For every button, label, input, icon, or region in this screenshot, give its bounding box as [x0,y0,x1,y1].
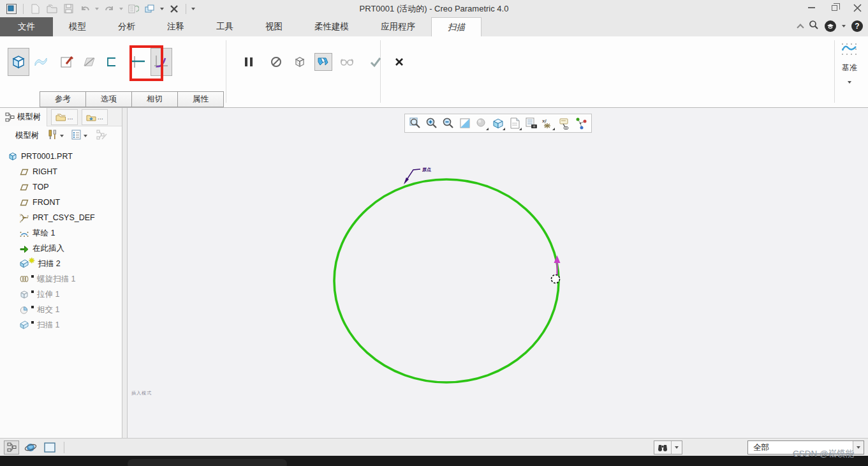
redo-button[interactable] [103,3,115,15]
tree-tools-button[interactable] [47,130,57,142]
find-button[interactable] [654,441,671,454]
spin-center-button[interactable] [573,115,589,132]
tree-item-helical-sweep1[interactable]: 螺旋扫描 1 [0,271,122,287]
app-icon[interactable] [5,3,18,15]
surface-button[interactable] [30,48,52,76]
redo-dropdown[interactable] [119,8,123,10]
tree-item-sketch1[interactable]: 草绘 1 [0,225,122,241]
tree-item-label: 在此插入 [33,243,64,254]
graphics-area[interactable]: 原点 x/ 插入模式 [128,108,868,438]
new-file-button[interactable] [29,3,41,15]
sketch-button[interactable] [56,48,78,76]
verify-glasses-button[interactable] [338,53,356,71]
tree-item-front-plane[interactable]: FRONT [0,195,122,210]
learning-dropdown[interactable] [842,25,846,27]
zoom-in-button[interactable] [423,115,440,132]
datum-plane-icon [19,182,29,192]
tree-search-button[interactable] [96,130,108,142]
annotation-display-button[interactable] [556,115,573,132]
full-screen-button[interactable] [42,440,57,455]
tree-settings-dropdown[interactable] [84,135,87,137]
tree-item-intersect1[interactable]: 相交 1 [0,302,122,317]
learning-connector-icon[interactable] [825,20,836,32]
ok-button[interactable] [367,53,385,71]
datum-display-filters-button[interactable]: x/ [540,115,556,132]
view-manager-button[interactable] [523,115,540,132]
save-button[interactable] [62,3,75,15]
tab-view[interactable]: 视图 [249,17,298,36]
model-tree-header: 模型树 [0,126,122,145]
tree-item-extrude1[interactable]: 拉伸 1 [0,287,122,302]
datum-dropdown[interactable] [848,81,851,84]
pause-button[interactable] [240,53,258,71]
search-icon[interactable] [809,20,819,32]
tree-item-sweep2[interactable]: ✳ 扫描 2 [0,256,122,271]
tree-item-insert-here[interactable]: 在此插入 [0,241,122,256]
surface-icon [33,54,49,70]
svg-text:x/: x/ [542,118,547,124]
undo-button[interactable] [78,3,91,15]
zoom-out-button[interactable] [440,115,457,132]
cancel-button[interactable] [390,53,408,71]
tab-sweep-active[interactable]: 扫描 [431,17,482,36]
shading-options-button[interactable] [473,115,490,132]
display-style-button[interactable] [490,115,506,132]
browser-button[interactable] [23,440,38,455]
favorites-button[interactable]: ... [82,109,108,125]
csdn-watermark: CSDN @崧馍能 [793,448,854,460]
undo-dropdown[interactable] [95,8,99,10]
tab-tools[interactable]: 工具 [200,17,249,36]
tab-applications[interactable]: 应用程序 [365,17,431,36]
windows-dropdown[interactable] [160,8,164,10]
toggle-navigator-button[interactable] [4,440,19,455]
find-dropdown[interactable] [671,441,682,454]
tree-settings-button[interactable] [71,130,81,142]
subtab-tangency[interactable]: 相切 [131,91,178,107]
solid-button[interactable] [8,48,29,76]
start-point-handle[interactable] [552,275,560,283]
subtab-references[interactable]: 参考 [40,91,86,107]
minimize-ribbon-icon[interactable] [797,24,804,31]
model-tree-tab[interactable]: 模型树 [0,108,47,126]
tab-flexible-modeling[interactable]: 柔性建模 [298,17,365,36]
tree-item-csys[interactable]: yxz PRT_CSYS_DEF [0,210,122,225]
repaint-button[interactable] [457,115,473,132]
panel-splitter[interactable] [122,108,128,438]
favorites-more: ... [98,113,103,121]
trajectory-circle[interactable] [334,179,559,382]
wireframe-preview-button[interactable] [291,53,309,71]
tab-file[interactable]: 文件 [0,17,53,36]
tab-analysis[interactable]: 分析 [102,17,151,36]
subtab-properties[interactable]: 属性 [177,91,224,107]
tree-item-right-plane[interactable]: RIGHT [0,164,122,179]
tree-item-sweep1[interactable]: 扫描 1 [0,317,122,333]
tab-annotate[interactable]: 注释 [151,17,200,36]
thin-feature-button[interactable] [101,48,122,76]
customize-quick-access-dropdown[interactable] [191,8,195,10]
minimize-button[interactable] [804,1,818,14]
model-tree-tab-label: 模型树 [17,112,41,123]
attached-preview-button[interactable] [314,53,332,71]
regenerate-button[interactable] [127,3,140,15]
no-preview-button[interactable] [267,53,285,71]
tree-tools-dropdown[interactable] [60,135,64,137]
datum-sketch-button[interactable] [834,41,865,60]
help-icon[interactable]: ? [851,20,863,32]
restore-button[interactable] [827,1,841,14]
close-window-button[interactable] [168,3,180,15]
tree-item-top-plane[interactable]: TOP [0,179,122,195]
open-file-button[interactable] [45,3,58,15]
subtab-options[interactable]: 选项 [85,91,132,107]
thin-feature-icon [103,54,120,70]
datum-group-label: 基准 [834,63,865,73]
remove-material-button[interactable] [78,48,100,76]
close-button[interactable] [850,1,864,14]
refit-button[interactable] [407,115,423,132]
tab-model[interactable]: 模型 [53,17,102,36]
folder-browser-button[interactable]: ... [51,109,78,125]
tree-item-part[interactable]: PRT0001.PRT [0,149,122,164]
saved-orientations-button[interactable] [506,115,523,132]
selection-filter-dropdown[interactable] [853,441,864,454]
settings-list-icon [71,130,81,140]
windows-button[interactable] [143,3,156,15]
